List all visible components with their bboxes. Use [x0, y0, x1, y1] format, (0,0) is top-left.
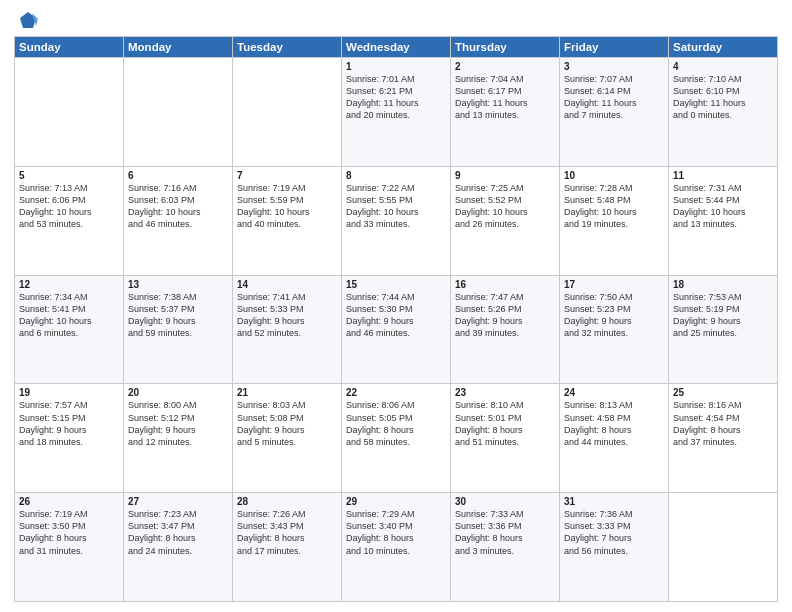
- day-content: Sunrise: 7:25 AM Sunset: 5:52 PM Dayligh…: [455, 182, 555, 231]
- day-content: Sunrise: 7:31 AM Sunset: 5:44 PM Dayligh…: [673, 182, 773, 231]
- day-cell: 19Sunrise: 7:57 AM Sunset: 5:15 PM Dayli…: [15, 384, 124, 493]
- day-number: 5: [19, 170, 119, 181]
- day-content: Sunrise: 7:01 AM Sunset: 6:21 PM Dayligh…: [346, 73, 446, 122]
- day-cell: 28Sunrise: 7:26 AM Sunset: 3:43 PM Dayli…: [233, 493, 342, 602]
- day-cell: [669, 493, 778, 602]
- day-cell: 2Sunrise: 7:04 AM Sunset: 6:17 PM Daylig…: [451, 58, 560, 167]
- day-cell: 16Sunrise: 7:47 AM Sunset: 5:26 PM Dayli…: [451, 275, 560, 384]
- day-number: 4: [673, 61, 773, 72]
- day-number: 15: [346, 279, 446, 290]
- day-cell: 7Sunrise: 7:19 AM Sunset: 5:59 PM Daylig…: [233, 166, 342, 275]
- day-number: 14: [237, 279, 337, 290]
- day-number: 13: [128, 279, 228, 290]
- day-cell: 24Sunrise: 8:13 AM Sunset: 4:58 PM Dayli…: [560, 384, 669, 493]
- day-content: Sunrise: 7:29 AM Sunset: 3:40 PM Dayligh…: [346, 508, 446, 557]
- day-cell: 26Sunrise: 7:19 AM Sunset: 3:50 PM Dayli…: [15, 493, 124, 602]
- day-content: Sunrise: 7:19 AM Sunset: 3:50 PM Dayligh…: [19, 508, 119, 557]
- day-cell: 30Sunrise: 7:33 AM Sunset: 3:36 PM Dayli…: [451, 493, 560, 602]
- day-content: Sunrise: 8:13 AM Sunset: 4:58 PM Dayligh…: [564, 399, 664, 448]
- weekday-header-tuesday: Tuesday: [233, 37, 342, 58]
- day-number: 30: [455, 496, 555, 507]
- day-number: 12: [19, 279, 119, 290]
- header: [14, 10, 778, 30]
- day-number: 7: [237, 170, 337, 181]
- day-cell: 1Sunrise: 7:01 AM Sunset: 6:21 PM Daylig…: [342, 58, 451, 167]
- day-number: 18: [673, 279, 773, 290]
- day-content: Sunrise: 8:06 AM Sunset: 5:05 PM Dayligh…: [346, 399, 446, 448]
- day-content: Sunrise: 7:34 AM Sunset: 5:41 PM Dayligh…: [19, 291, 119, 340]
- week-row-1: 1Sunrise: 7:01 AM Sunset: 6:21 PM Daylig…: [15, 58, 778, 167]
- day-content: Sunrise: 7:38 AM Sunset: 5:37 PM Dayligh…: [128, 291, 228, 340]
- day-cell: 12Sunrise: 7:34 AM Sunset: 5:41 PM Dayli…: [15, 275, 124, 384]
- day-content: Sunrise: 7:50 AM Sunset: 5:23 PM Dayligh…: [564, 291, 664, 340]
- day-number: 27: [128, 496, 228, 507]
- logo-icon: [16, 10, 40, 34]
- day-content: Sunrise: 7:47 AM Sunset: 5:26 PM Dayligh…: [455, 291, 555, 340]
- day-cell: 3Sunrise: 7:07 AM Sunset: 6:14 PM Daylig…: [560, 58, 669, 167]
- week-row-4: 19Sunrise: 7:57 AM Sunset: 5:15 PM Dayli…: [15, 384, 778, 493]
- day-content: Sunrise: 7:33 AM Sunset: 3:36 PM Dayligh…: [455, 508, 555, 557]
- svg-marker-0: [20, 12, 36, 28]
- calendar-table: SundayMondayTuesdayWednesdayThursdayFrid…: [14, 36, 778, 602]
- day-cell: 5Sunrise: 7:13 AM Sunset: 6:06 PM Daylig…: [15, 166, 124, 275]
- day-cell: 8Sunrise: 7:22 AM Sunset: 5:55 PM Daylig…: [342, 166, 451, 275]
- day-cell: 29Sunrise: 7:29 AM Sunset: 3:40 PM Dayli…: [342, 493, 451, 602]
- day-cell: 15Sunrise: 7:44 AM Sunset: 5:30 PM Dayli…: [342, 275, 451, 384]
- day-content: Sunrise: 7:53 AM Sunset: 5:19 PM Dayligh…: [673, 291, 773, 340]
- day-number: 19: [19, 387, 119, 398]
- day-content: Sunrise: 7:10 AM Sunset: 6:10 PM Dayligh…: [673, 73, 773, 122]
- day-content: Sunrise: 8:00 AM Sunset: 5:12 PM Dayligh…: [128, 399, 228, 448]
- day-number: 9: [455, 170, 555, 181]
- day-content: Sunrise: 7:16 AM Sunset: 6:03 PM Dayligh…: [128, 182, 228, 231]
- day-number: 6: [128, 170, 228, 181]
- weekday-header-friday: Friday: [560, 37, 669, 58]
- day-number: 31: [564, 496, 664, 507]
- day-number: 23: [455, 387, 555, 398]
- day-number: 8: [346, 170, 446, 181]
- day-number: 17: [564, 279, 664, 290]
- day-cell: 11Sunrise: 7:31 AM Sunset: 5:44 PM Dayli…: [669, 166, 778, 275]
- day-number: 22: [346, 387, 446, 398]
- day-cell: 27Sunrise: 7:23 AM Sunset: 3:47 PM Dayli…: [124, 493, 233, 602]
- weekday-header-wednesday: Wednesday: [342, 37, 451, 58]
- day-content: Sunrise: 7:22 AM Sunset: 5:55 PM Dayligh…: [346, 182, 446, 231]
- day-content: Sunrise: 7:13 AM Sunset: 6:06 PM Dayligh…: [19, 182, 119, 231]
- day-content: Sunrise: 7:36 AM Sunset: 3:33 PM Dayligh…: [564, 508, 664, 557]
- day-cell: 22Sunrise: 8:06 AM Sunset: 5:05 PM Dayli…: [342, 384, 451, 493]
- weekday-header-monday: Monday: [124, 37, 233, 58]
- day-content: Sunrise: 7:28 AM Sunset: 5:48 PM Dayligh…: [564, 182, 664, 231]
- day-number: 20: [128, 387, 228, 398]
- day-number: 1: [346, 61, 446, 72]
- day-number: 2: [455, 61, 555, 72]
- day-content: Sunrise: 7:44 AM Sunset: 5:30 PM Dayligh…: [346, 291, 446, 340]
- day-content: Sunrise: 7:04 AM Sunset: 6:17 PM Dayligh…: [455, 73, 555, 122]
- day-cell: 25Sunrise: 8:16 AM Sunset: 4:54 PM Dayli…: [669, 384, 778, 493]
- day-content: Sunrise: 7:57 AM Sunset: 5:15 PM Dayligh…: [19, 399, 119, 448]
- day-cell: 6Sunrise: 7:16 AM Sunset: 6:03 PM Daylig…: [124, 166, 233, 275]
- day-cell: [233, 58, 342, 167]
- weekday-header-saturday: Saturday: [669, 37, 778, 58]
- day-cell: 18Sunrise: 7:53 AM Sunset: 5:19 PM Dayli…: [669, 275, 778, 384]
- day-cell: 31Sunrise: 7:36 AM Sunset: 3:33 PM Dayli…: [560, 493, 669, 602]
- day-number: 28: [237, 496, 337, 507]
- day-content: Sunrise: 7:19 AM Sunset: 5:59 PM Dayligh…: [237, 182, 337, 231]
- day-number: 10: [564, 170, 664, 181]
- day-content: Sunrise: 8:03 AM Sunset: 5:08 PM Dayligh…: [237, 399, 337, 448]
- day-cell: [124, 58, 233, 167]
- day-number: 11: [673, 170, 773, 181]
- weekday-header-row: SundayMondayTuesdayWednesdayThursdayFrid…: [15, 37, 778, 58]
- day-content: Sunrise: 7:07 AM Sunset: 6:14 PM Dayligh…: [564, 73, 664, 122]
- day-cell: 9Sunrise: 7:25 AM Sunset: 5:52 PM Daylig…: [451, 166, 560, 275]
- day-cell: 4Sunrise: 7:10 AM Sunset: 6:10 PM Daylig…: [669, 58, 778, 167]
- day-content: Sunrise: 7:26 AM Sunset: 3:43 PM Dayligh…: [237, 508, 337, 557]
- page: SundayMondayTuesdayWednesdayThursdayFrid…: [0, 0, 792, 612]
- logo: [14, 10, 40, 30]
- day-number: 25: [673, 387, 773, 398]
- day-cell: [15, 58, 124, 167]
- week-row-3: 12Sunrise: 7:34 AM Sunset: 5:41 PM Dayli…: [15, 275, 778, 384]
- weekday-header-thursday: Thursday: [451, 37, 560, 58]
- day-content: Sunrise: 8:16 AM Sunset: 4:54 PM Dayligh…: [673, 399, 773, 448]
- day-cell: 20Sunrise: 8:00 AM Sunset: 5:12 PM Dayli…: [124, 384, 233, 493]
- week-row-2: 5Sunrise: 7:13 AM Sunset: 6:06 PM Daylig…: [15, 166, 778, 275]
- day-number: 29: [346, 496, 446, 507]
